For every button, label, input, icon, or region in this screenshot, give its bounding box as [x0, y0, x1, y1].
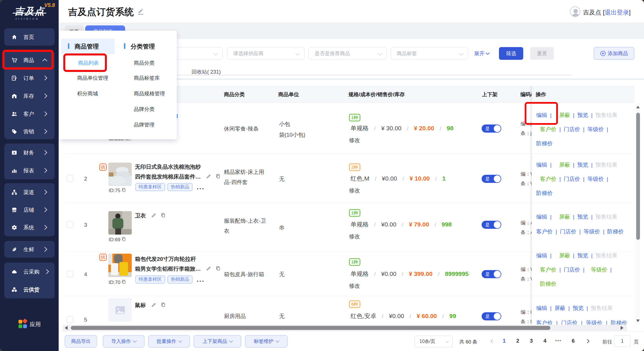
- svg-text:¥: ¥: [14, 151, 15, 154]
